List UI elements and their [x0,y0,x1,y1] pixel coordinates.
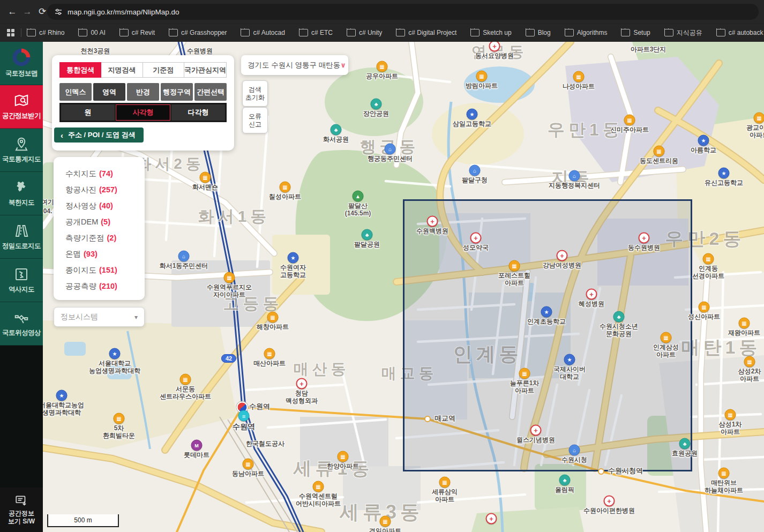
snu-agri-college-icon[interactable]: ★ [109,348,121,359]
gyeongil-apt-icon[interactable]: ▦ [380,516,391,527]
back-icon[interactable]: ← [6,6,18,18]
naseong-apt-icon[interactable]: ▦ [573,71,585,83]
bangrim-apt-icon[interactable]: ▦ [476,71,488,82]
hwaseo-park-icon[interactable]: ♣ [331,124,342,136]
intl-cyber-univ-icon[interactable]: ★ [564,354,575,365]
error-report-button[interactable]: 오류 신고 [242,107,268,133]
ingye-samsung-apt-icon[interactable]: ▦ [661,332,672,343]
bookmark-item-12[interactable]: 지식공유 [664,28,702,38]
gangnam-women-hospital-icon[interactable]: + [557,250,568,261]
maetan-wibe-apt-icon[interactable]: ▦ [718,468,730,479]
filter-button-2[interactable]: 반경 [127,83,159,101]
seongsin-apt-icon[interactable]: ▦ [699,302,710,313]
suwon-cityhall-icon[interactable]: ⌂ [569,445,580,456]
samsung2-apt-icon[interactable]: ▦ [744,356,755,368]
apps-grid-icon[interactable] [7,29,14,36]
ingye-elementary-icon[interactable]: ★ [541,306,552,318]
bookmark-item-9[interactable]: Blog [526,29,551,36]
tab-national-interest[interactable]: 국가관심지역 [184,62,227,78]
bookmark-item-13[interactable]: c# autoback up [716,29,764,36]
bookmark-item-2[interactable]: c# Revit [119,29,155,36]
prugio-xi-apt-icon[interactable]: ▦ [224,272,235,283]
suwon-station-train-icon[interactable]: ≡ [238,410,250,422]
tab-integrated-search[interactable]: 통합검색 [59,62,101,78]
suwon-baek-hospital-icon[interactable]: + [427,216,438,227]
maesan-apt-icon[interactable]: ▦ [264,348,275,359]
layer-item-5[interactable]: 온맵(93) [65,246,145,262]
haechang-apt-icon[interactable]: ▦ [267,312,279,323]
filter-button-3[interactable]: 행정구역 [161,83,193,101]
reload-icon[interactable]: ⟳ [36,6,48,18]
dongsuwon-hospital-icon[interactable]: + [639,233,650,244]
layer-item-0[interactable]: 수치지도(74) [65,166,145,182]
haenggung-community-center-icon[interactable]: ⌂ [385,144,396,155]
address-bar[interactable]: map.ngii.go.kr/ms/map/NlipMap.do [47,4,759,20]
bookmark-item-8[interactable]: Sketch up [470,29,511,36]
site-settings-icon[interactable] [55,8,62,16]
shape-button-circle[interactable]: 원 [61,104,115,121]
filter-button-4[interactable]: 간편선택 [194,83,227,101]
central-urbancity-apt-icon[interactable]: ▦ [313,481,324,492]
shape-button-polygon[interactable]: 다각형 [171,104,225,121]
sidebar-item-nk-map[interactable]: 북한지도 [0,172,43,215]
paldal-park-icon[interactable]: ♣ [362,229,373,241]
sidebar-item-satellite[interactable]: 국토위성영상 [0,302,43,346]
tab-place-search[interactable]: 지명검색 [101,62,143,78]
layer-item-1[interactable]: 항공사진(257) [65,182,145,198]
samil-highschool-icon[interactable]: ★ [467,109,478,120]
layer-item-6[interactable]: 종이지도(151) [65,262,145,278]
seomun-centraus-apt-icon[interactable]: ▦ [180,374,191,385]
bookmark-item-4[interactable]: c# Autocad [241,29,284,36]
hwanhui-viltown-icon[interactable]: ▦ [114,413,125,424]
ingye-sunkyung-apt-icon[interactable]: ▦ [703,253,714,265]
hyeseong-hospital-icon[interactable]: + [586,289,597,300]
snu-agri-college2-icon[interactable]: ★ [56,390,68,401]
location-dropdown[interactable]: 경기도 수원시 영통구 매탄동 ∨ [241,55,348,75]
search-reset-button[interactable]: 검색 초기화 [242,80,268,107]
forward-icon[interactable]: → [21,6,33,18]
paldalsan-mountain-icon[interactable]: ▲ [353,191,364,202]
layer-item-2[interactable]: 정사영상(40) [65,198,145,214]
sidebar-item-road-map[interactable]: 정밀도로지도 [0,215,43,259]
filter-button-1[interactable]: 영역 [93,83,125,101]
neulpureun-apt-icon[interactable]: ▦ [519,368,530,379]
address-poi-search-button[interactable]: ‹ 주소 / POI / 도엽 검색 [54,128,144,143]
youth-culture-park-icon[interactable]: ♣ [613,311,625,323]
areum-school-icon[interactable]: ★ [698,135,709,146]
layer-item-7[interactable]: 공공측량(210) [65,278,145,294]
samsung1-apt-icon[interactable]: ▦ [725,409,736,421]
yusin-highschool-icon[interactable]: ★ [718,168,730,179]
hyowon-park-icon[interactable]: ♣ [679,438,691,449]
cityhall-station-icon[interactable] [598,468,604,475]
bookmark-item-5[interactable]: c# ETC [299,29,333,36]
sidebar-item-pin-map[interactable]: 국토통계지도 [0,129,43,172]
foresthill-apt-icon[interactable]: ▦ [509,260,520,272]
suwon-i-pyeonhan-hospital-icon[interactable]: + [604,496,615,507]
sidebar-item-logo[interactable]: 국토정보맵 [0,42,43,85]
lotte-mart-icon[interactable]: M [191,440,203,451]
hanyang-apt-icon[interactable]: ▦ [338,451,349,462]
bookmark-item-6[interactable]: c# Unity [347,29,382,36]
sidebar-item-history-map[interactable]: 역사지도 [0,259,43,302]
layer-item-4[interactable]: 측량기준점(2) [65,230,145,246]
layer-item-3[interactable]: 공개DEM(5) [65,214,145,230]
dongdo-centrium-icon[interactable]: ▦ [654,146,665,157]
shape-button-rectangle[interactable]: 사각형 [116,104,170,121]
jaewang-apt-icon[interactable]: ▦ [739,318,750,329]
seryu-samik-apt-icon[interactable]: ▦ [439,477,451,488]
url-text[interactable]: map.ngii.go.kr/ms/map/NlipMap.do [68,8,179,16]
bottom-edge-hospital-icon[interactable]: + [486,513,497,524]
sidebar-item-map-search[interactable]: 공간정보받기 [0,85,43,129]
bookmark-item-7[interactable]: c# Digital Project [396,29,456,36]
hwaseo-mansion-icon[interactable]: ▦ [200,172,211,183]
info-system-dropdown[interactable]: 정보시스템 ▾ [54,307,145,327]
sinmiju-apt-icon[interactable]: ▦ [624,115,635,126]
bookmark-item-0[interactable]: c# Rhino [27,29,64,36]
paldal-district-office-icon[interactable]: ⌂ [469,165,481,176]
bookmark-item-1[interactable]: 00 AI [78,29,105,36]
bookmark-item-3[interactable]: c# Grasshopper [169,29,227,36]
gongwoo-apt-icon[interactable]: ▦ [377,61,388,72]
bookmark-item-11[interactable]: Setup [621,29,650,36]
chilseong-apt-icon[interactable]: ▦ [280,182,291,193]
sidebar-item-spatial-sw[interactable]: 공간정보 보기 S/W [0,488,43,532]
